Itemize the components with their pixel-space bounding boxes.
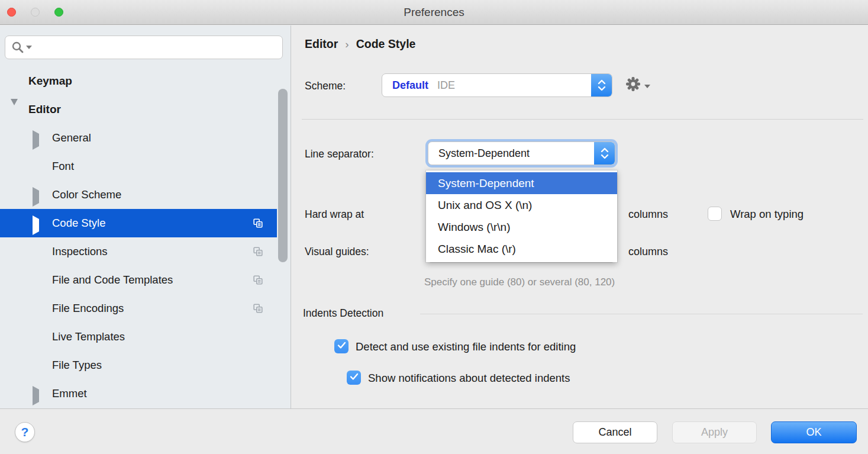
section-divider — [420, 314, 863, 314]
settings-tree: Keymap Editor General Font Color Scheme … — [0, 67, 291, 408]
wrap-on-typing-checkbox[interactable] — [708, 207, 722, 221]
sidebar-item-label: File and Code Templates — [52, 273, 173, 286]
breadcrumb-code-style: Code Style — [356, 37, 416, 51]
line-separator-select[interactable]: System-Dependent — [428, 141, 615, 165]
hard-wrap-label: Hard wrap at — [305, 208, 364, 221]
breadcrumb-editor[interactable]: Editor — [305, 37, 338, 51]
breadcrumb: Editor › Code Style — [305, 37, 415, 51]
checkmark-icon — [337, 341, 346, 352]
chevron-right-icon[interactable] — [33, 191, 39, 204]
line-separator-value: System-Dependent — [428, 147, 594, 160]
detect-indents-label: Detect and use existing file indents for… — [356, 340, 576, 353]
checkmark-icon — [350, 372, 359, 383]
settings-sidebar: Keymap Editor General Font Color Scheme … — [0, 25, 291, 408]
scheme-value-secondary: IDE — [437, 79, 455, 91]
sidebar-item-label: Keymap — [28, 75, 72, 88]
settings-search-box[interactable] — [5, 36, 283, 59]
help-icon: ? — [21, 425, 29, 439]
menu-item-windows[interactable]: Windows (\r\n) — [426, 216, 617, 238]
sidebar-item-label: Code Style — [52, 217, 106, 230]
sidebar-item-label: File Types — [52, 359, 102, 372]
window-title: Preferences — [0, 0, 868, 25]
sidebar-item-inspections[interactable]: Inspections — [0, 237, 277, 266]
sidebar-item-label: Emmet — [52, 387, 87, 400]
sidebar-item-file-and-code-templates[interactable]: File and Code Templates — [0, 266, 277, 294]
copy-scheme-icon — [253, 303, 263, 314]
sidebar-item-general[interactable]: General — [0, 124, 277, 152]
apply-button[interactable]: Apply — [672, 421, 757, 443]
sidebar-item-keymap[interactable]: Keymap — [0, 67, 277, 95]
help-button[interactable]: ? — [15, 422, 35, 442]
search-options-caret-icon[interactable] — [26, 46, 32, 49]
sidebar-item-code-style[interactable]: Code Style — [0, 209, 277, 237]
sidebar-item-emmet[interactable]: Emmet — [0, 379, 277, 408]
detect-indents-checkbox[interactable] — [334, 339, 349, 353]
scheme-label: Scheme: — [305, 80, 346, 92]
sidebar-item-file-encodings[interactable]: File Encodings — [0, 294, 277, 323]
menu-item-classic-mac[interactable]: Classic Mac (\r) — [426, 238, 617, 260]
stepper-icon[interactable] — [594, 141, 615, 165]
sidebar-item-label: Inspections — [52, 245, 108, 258]
line-separator-label: Line separator: — [305, 148, 374, 160]
menu-item-unix-osx[interactable]: Unix and OS X (\n) — [426, 194, 617, 216]
sidebar-item-label: Color Scheme — [52, 188, 121, 201]
copy-scheme-icon — [253, 246, 263, 257]
visual-guides-hint: Specify one guide (80) or several (80, 1… — [424, 276, 615, 288]
menu-item-system-dependent[interactable]: System-Dependent — [426, 172, 617, 194]
search-icon[interactable] — [11, 41, 32, 54]
gear-icon[interactable] — [625, 76, 641, 95]
breadcrumb-separator: › — [345, 38, 349, 51]
scheme-value-primary: Default — [392, 79, 428, 91]
hard-wrap-columns-suffix: columns — [628, 208, 668, 221]
cancel-button[interactable]: Cancel — [573, 421, 657, 443]
visual-guides-label: Visual guides: — [305, 246, 369, 258]
sidebar-item-label: General — [52, 131, 91, 144]
scheme-actions-button[interactable] — [625, 76, 650, 95]
chevron-right-icon[interactable] — [33, 219, 39, 232]
scheme-select[interactable]: Default IDE — [382, 73, 612, 97]
code-style-settings-panel: Editor › Code Style Scheme: Default IDE — [291, 25, 868, 408]
sidebar-item-label: Editor — [28, 103, 61, 116]
sidebar-item-live-templates[interactable]: Live Templates — [0, 323, 277, 351]
sidebar-item-label: Live Templates — [52, 330, 125, 343]
sidebar-item-label: Font — [52, 160, 74, 173]
visual-guides-columns-suffix: columns — [628, 246, 668, 258]
divider — [302, 119, 863, 120]
sidebar-item-font[interactable]: Font — [0, 152, 277, 181]
chevron-down-icon[interactable] — [11, 105, 18, 118]
sidebar-item-color-scheme[interactable]: Color Scheme — [0, 181, 277, 209]
wrap-on-typing-label: Wrap on typing — [730, 208, 804, 221]
dialog-footer: ? Cancel Apply OK — [0, 408, 868, 454]
show-notifications-checkbox[interactable] — [347, 371, 361, 385]
gear-caret-icon[interactable] — [644, 85, 650, 88]
sidebar-item-editor[interactable]: Editor — [0, 95, 277, 124]
copy-scheme-icon — [253, 218, 263, 228]
copy-scheme-icon — [253, 275, 263, 285]
sidebar-item-label: File Encodings — [52, 302, 124, 315]
sidebar-scrollbar-thumb[interactable] — [278, 89, 288, 262]
chevron-right-icon[interactable] — [33, 134, 39, 147]
show-notifications-label: Show notifications about detected indent… — [368, 372, 570, 385]
stepper-icon[interactable] — [591, 73, 612, 97]
line-separator-dropdown-menu: System-Dependent Unix and OS X (\n) Wind… — [426, 170, 617, 262]
chevron-right-icon[interactable] — [33, 389, 39, 403]
indents-detection-title: Indents Detection — [303, 307, 383, 320]
search-input[interactable] — [32, 37, 282, 57]
sidebar-item-file-types[interactable]: File Types — [0, 351, 277, 379]
ok-button[interactable]: OK — [771, 421, 857, 443]
titlebar: Preferences — [0, 0, 868, 25]
